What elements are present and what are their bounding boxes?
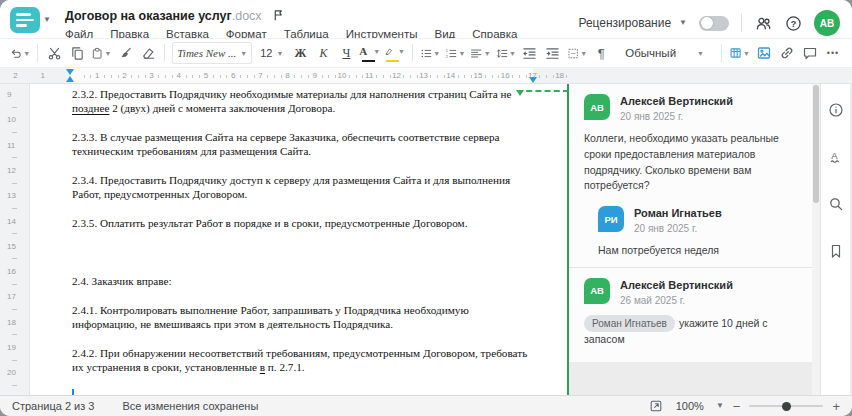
italic-button[interactable]: К [312,41,334,65]
text-run: п. 2.7.1. [265,361,305,373]
paragraph[interactable]: 2.3.2. Предоставить Подрядчику необходим… [72,87,535,115]
ruler-tick [192,75,193,78]
comment-text: Коллеги, необходимо указать реальные сро… [584,131,800,194]
ruler-tick [281,75,282,78]
zoom-slider-handle[interactable] [782,402,791,411]
ruler-tick [403,75,404,78]
font-color-button[interactable]: А▼ [358,41,380,65]
ruler-tick [417,75,418,78]
app-header: ▼ Договор на оказание услуг.docx ФайлПра… [0,0,852,38]
cut-button[interactable] [43,41,65,65]
ruler-number: 15 [7,242,16,251]
app-menu-button[interactable]: ▼ [10,7,51,33]
underline-button[interactable]: Ч [335,41,357,65]
ruler-number: 1 [41,71,45,80]
vertical-scrollbar[interactable] [812,84,820,395]
review-toggle[interactable] [699,16,729,31]
paragraph[interactable]: 2.4.1. Контролировать выполнение Работ, … [72,303,535,331]
main-area: 91011121314151617181920 2.3.2. Предостав… [0,84,852,395]
zoom-value[interactable]: 100% [676,400,704,412]
zoom-out-button[interactable]: − [733,400,741,413]
numbered-list-button[interactable]: 12▼ [443,41,467,65]
review-label: Рецензирование [578,16,671,30]
more-tools-button[interactable]: ••• [822,41,844,65]
page-indicator: Страница 2 из 3 [12,400,94,412]
increase-indent-button[interactable] [542,41,564,65]
app-logo-icon[interactable] [10,7,40,33]
comment-thread[interactable]: АВАлексей Вертинский20 янв 2025 г.Коллег… [569,84,812,267]
ruler-tick [464,75,465,78]
bullet-list-button[interactable]: ▼ [418,41,442,65]
spellcheck-icon[interactable]: А [825,145,847,169]
ruler-tick [12,208,17,209]
show-marks-button[interactable]: ¶ [590,41,612,65]
paragraph[interactable]: 2.3.3. В случае размещения Сайта на серв… [72,130,535,158]
ruler-tick [410,75,411,78]
user-avatar[interactable]: АВ [814,10,840,36]
chevron-down-icon[interactable]: ▼ [716,402,724,410]
paste-button[interactable]: ▼ [89,41,113,65]
ruler-number: 6 [231,71,235,80]
info-icon[interactable] [825,98,847,122]
help-icon[interactable]: ? [785,15,802,32]
ruler-number: 11 [7,141,15,150]
align-button[interactable]: ▼ [468,41,492,65]
paragraph-borders-button[interactable]: ▼ [565,41,589,65]
ruler-tick [444,75,445,78]
highlight-color-swatch [386,60,399,63]
comment-author: Роман Игнатьев [634,206,722,219]
comment-thread[interactable]: АВАлексей Вертинский26 май 2025 г.Роман … [569,267,812,356]
format-painter-button[interactable] [114,41,136,65]
comment-button[interactable] [799,41,821,65]
paragraph[interactable]: 2.4. Заказчик вправе: [72,274,535,288]
undo-button[interactable]: ▼ [8,41,32,65]
bold-button[interactable]: Ж [289,41,311,65]
ruler-tick [111,75,112,78]
first-line-indent-marker[interactable] [66,69,74,75]
copy-button[interactable] [66,41,88,65]
insert-link-button[interactable] [776,41,798,65]
scrollbar-thumb[interactable] [813,85,819,203]
mention-chip[interactable]: Роман Игнатьев [584,315,675,332]
font-size-select[interactable]: 12▼ [255,42,288,64]
ruler-tick [186,75,187,78]
paragraph[interactable]: 2.3.5. Оплатить результат Работ в порядк… [72,216,535,230]
bookmark-icon[interactable] [825,239,847,263]
divider [412,44,413,62]
highlight-button[interactable]: ▼ [382,41,407,65]
comments-panel: АВАлексей Вертинский20 янв 2025 г.Коллег… [567,84,812,395]
ruler-tick [254,75,255,78]
ruler-tick [498,75,499,78]
comment-reply[interactable]: РИРоман Игнатьев20 янв 2025 г.Нам потреб… [598,206,800,259]
line-spacing-button[interactable]: ▼ [494,41,518,65]
search-icon[interactable] [825,192,847,216]
zoom-slider[interactable] [749,405,823,407]
comment-anchor-icon [516,90,524,96]
decrease-indent-button[interactable] [519,41,541,65]
insert-table-button[interactable]: ▼ [727,41,752,65]
paragraph-style-select[interactable]: Обычный▼ [617,41,712,65]
left-indent-marker[interactable] [66,76,74,82]
comment-meta: Алексей Вертинский26 май 2025 г. [620,278,733,306]
ruler-tick [131,75,132,78]
insert-image-button[interactable] [753,41,775,65]
fit-page-icon[interactable] [645,394,667,416]
clear-format-button[interactable] [137,41,159,65]
ruler-tick [247,75,248,78]
font-name-value: Times New ... [177,47,236,59]
font-name-select[interactable]: Times New ...▼ [172,42,252,64]
ruler-tick [213,75,214,78]
zoom-in-button[interactable]: + [832,400,840,413]
paragraph[interactable]: 2.4.2. При обнаружении несоответствий тр… [72,346,535,374]
chevron-down-icon: ▼ [43,16,51,24]
review-dropdown[interactable]: Рецензирование ▼ [578,16,687,30]
comment[interactable]: АВАлексей Вертинский20 янв 2025 г.Коллег… [584,94,800,194]
collaborators-icon[interactable] [754,15,773,32]
ruler-number: 3 [149,71,153,80]
comment[interactable]: АВАлексей Вертинский26 май 2025 г.Роман … [584,278,800,348]
paragraph[interactable]: 2.3.4. Предоставить Подрядчику доступ к … [72,173,535,201]
paragraph[interactable] [72,245,535,259]
flag-icon[interactable] [272,8,285,22]
comments-list: АВАлексей Вертинский20 янв 2025 г.Коллег… [569,84,812,362]
document-page[interactable]: 2.3.2. Предоставить Подрядчику необходим… [30,84,567,395]
